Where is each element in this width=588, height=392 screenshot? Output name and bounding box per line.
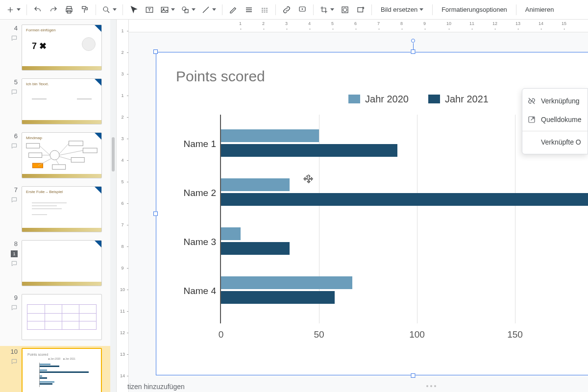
- category-label: Name 4: [176, 286, 216, 296]
- bar-series-0: [221, 227, 241, 240]
- resize-handle-bm[interactable]: [411, 373, 416, 378]
- menu-linked-objects[interactable]: Verknüpfte O: [522, 133, 588, 151]
- chart-context-menu: Verknüpfung Quelldokume Verknüpfte O: [522, 88, 588, 154]
- svg-rect-13: [358, 7, 363, 12]
- line-tool[interactable]: [199, 3, 218, 17]
- svg-rect-19: [83, 148, 97, 153]
- svg-rect-6: [161, 7, 168, 12]
- x-tick-label: 0: [219, 329, 224, 340]
- bar-series-0: [221, 129, 319, 142]
- slide-thumb[interactable]: 7 Erste Folie – Beispiel: [0, 184, 110, 238]
- bar-series-1: [221, 144, 397, 157]
- vertical-ruler: 1231234567891011121314: [116, 20, 129, 392]
- svg-point-14: [50, 150, 59, 160]
- comment-icon: [11, 260, 18, 267]
- canvas-area: 123456789101112131415 Points scored Jahr…: [129, 20, 588, 392]
- resize-handle-ml[interactable]: [153, 212, 158, 216]
- svg-rect-0: [67, 6, 72, 9]
- svg-rect-15: [26, 144, 40, 148]
- redo-button[interactable]: [47, 3, 60, 17]
- paint-format-button[interactable]: [78, 3, 92, 17]
- main-area: 4 Formen einfügen 7 ✖ 5 Ich bin Texxt. 6: [0, 20, 588, 392]
- textbox-tool[interactable]: [143, 3, 156, 17]
- open-external-icon: [527, 115, 536, 124]
- rotate-handle[interactable]: [411, 39, 415, 43]
- slide-number: 4: [14, 24, 18, 32]
- category-label: Name 1: [176, 139, 216, 149]
- thumb-title: Erste Folie – Beispiel: [26, 190, 63, 194]
- comment-button[interactable]: [295, 3, 309, 17]
- slide-thumb[interactable]: 4 Formen einfügen 7 ✖: [0, 23, 110, 76]
- unlink-icon: [527, 97, 536, 105]
- slide-number: 8: [14, 240, 18, 247]
- mask-button[interactable]: [338, 3, 352, 17]
- select-tool[interactable]: [127, 3, 141, 17]
- menu-unlink[interactable]: Verknüpfung: [522, 92, 588, 110]
- resize-handle-tl[interactable]: [153, 49, 158, 54]
- reset-image-button[interactable]: [354, 3, 368, 17]
- slide-stage[interactable]: Points scored Jahr 2020 Jahr 2021 050100…: [129, 32, 588, 392]
- slide-thumb[interactable]: 9: [0, 292, 110, 346]
- resize-handle-tm[interactable]: [411, 49, 416, 54]
- speaker-notes-icon: 1: [11, 250, 18, 257]
- image-tool[interactable]: [158, 3, 177, 17]
- format-options-button[interactable]: Formatierungsoptionen: [437, 3, 512, 17]
- replace-image-label: Bild ersetzen: [381, 6, 417, 13]
- undo-button[interactable]: [31, 3, 45, 17]
- legend-label: Jahr 2020: [365, 94, 409, 104]
- svg-point-12: [343, 8, 347, 12]
- bar-series-0: [221, 178, 290, 191]
- slide-thumb-selected[interactable]: 10 Points scored ■ Jan 2020 ■ Jan 2021: [0, 346, 110, 392]
- slide-number: 10: [11, 348, 18, 355]
- comment-icon: [11, 89, 18, 96]
- category-label: Name 2: [176, 188, 216, 198]
- menu-label: Quelldokume: [541, 116, 582, 123]
- chart-title: Points scored: [176, 68, 588, 85]
- shape-tool[interactable]: [179, 3, 197, 17]
- animate-label: Animieren: [525, 6, 554, 13]
- svg-rect-3: [82, 6, 86, 9]
- category-label: Name 3: [176, 237, 216, 247]
- bar-series-0: [221, 276, 352, 289]
- comment-icon: [11, 196, 18, 203]
- replace-image-button[interactable]: Bild ersetzen: [376, 3, 428, 17]
- animate-button[interactable]: Animieren: [520, 3, 559, 17]
- slide-number: 6: [14, 132, 18, 140]
- bar-series-1: [221, 242, 290, 255]
- link-button[interactable]: [280, 3, 294, 17]
- zoom-button[interactable]: [100, 3, 119, 17]
- slide-thumb[interactable]: 5 Ich bin Texxt.: [0, 76, 110, 130]
- legend-label: Jahr 2021: [445, 94, 489, 104]
- thumb-title: Formen einfügen: [26, 28, 55, 32]
- crop-button[interactable]: [318, 3, 336, 17]
- thumb-title: Ich bin Texxt.: [26, 82, 49, 86]
- speaker-notes-hint[interactable]: tizen hinzuzufügen: [127, 383, 185, 391]
- slide-thumb[interactable]: 6 Mindmap: [0, 130, 110, 184]
- menu-divider: [522, 131, 588, 131]
- border-weight-button[interactable]: [242, 3, 256, 17]
- slide-thumb[interactable]: 8 1: [0, 238, 110, 292]
- slide-number: 9: [14, 294, 18, 301]
- svg-point-4: [103, 7, 108, 11]
- menu-open-source[interactable]: Quelldokume: [522, 110, 588, 129]
- border-dash-button[interactable]: [258, 3, 271, 17]
- slide-panel[interactable]: 4 Formen einfügen 7 ✖ 5 Ich bin Texxt. 6: [0, 20, 110, 392]
- thumb-big-text: 7 ✖: [32, 41, 47, 51]
- comment-icon: [11, 358, 18, 365]
- menu-label: Verknüpfung: [541, 97, 580, 105]
- new-slide-button[interactable]: [4, 3, 23, 17]
- svg-rect-18: [69, 141, 83, 146]
- comment-icon: [11, 304, 18, 311]
- horizontal-ruler: 123456789101112131415: [129, 20, 588, 32]
- print-button[interactable]: [62, 3, 76, 17]
- border-color-button[interactable]: [226, 3, 240, 17]
- bar-series-1: [221, 291, 335, 304]
- bar-series-1: [221, 193, 588, 206]
- x-tick-label: 100: [409, 329, 425, 340]
- thumb-scrollbar[interactable]: [110, 20, 116, 392]
- legend-swatch: [428, 95, 440, 103]
- menu-label: Verknüpfte O: [541, 138, 581, 146]
- toolbar: Bild ersetzen Formatierungsoptionen Anim…: [0, 0, 588, 20]
- x-tick-label: 150: [507, 329, 523, 340]
- drag-handle-icon[interactable]: [426, 385, 436, 387]
